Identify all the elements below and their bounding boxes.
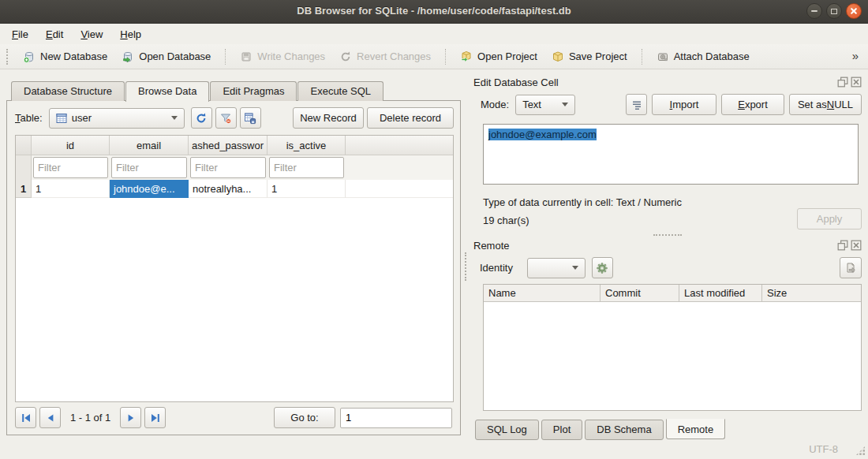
window-title: DB Browser for SQLite - /home/user/code/… (0, 5, 868, 17)
column-header-email[interactable]: email (110, 136, 189, 155)
open-database-label: Open Database (139, 50, 211, 62)
identity-select[interactable] (527, 258, 586, 278)
tab-browse-data[interactable]: Browse Data (125, 81, 209, 102)
close-button[interactable] (846, 3, 862, 19)
remote-column-size[interactable]: Size (762, 285, 861, 301)
toolbar-overflow-button[interactable]: » (852, 49, 863, 64)
write-changes-icon (240, 50, 253, 63)
filter-input-email[interactable] (111, 157, 187, 178)
first-record-button[interactable] (15, 407, 36, 428)
goto-input[interactable] (340, 408, 452, 428)
open-project-button[interactable]: Open Project (454, 47, 544, 66)
revert-changes-icon (339, 50, 352, 63)
close-dock-icon[interactable] (851, 76, 862, 88)
float-dock-icon[interactable] (837, 240, 848, 251)
word-wrap-button[interactable] (626, 94, 647, 115)
dock-tabbar: SQL Log Plot DB Schema Remote (473, 420, 862, 440)
tab-execute-sql[interactable]: Execute SQL (297, 81, 383, 101)
menu-help[interactable]: Help (111, 25, 150, 43)
minimize-button[interactable] (806, 3, 822, 19)
cell-editor[interactable]: johndoe@example.com (483, 124, 859, 185)
import-button[interactable]: Import (652, 94, 716, 115)
word-wrap-icon (630, 99, 643, 111)
panel-splitter[interactable] (462, 69, 470, 440)
new-database-label: New Database (40, 50, 107, 62)
encoding-indicator[interactable]: UTF-8 (809, 443, 838, 455)
set-as-null-button[interactable]: Set as NULL (789, 94, 862, 115)
open-database-button[interactable]: Open Database (115, 47, 217, 66)
column-header-is-active[interactable]: is_active (268, 136, 346, 155)
row-number[interactable]: 1 (16, 180, 32, 198)
filter-input-hashed-password[interactable] (190, 157, 266, 178)
remote-column-last-modified[interactable]: Last modified (679, 285, 762, 301)
tab-db-schema[interactable]: DB Schema (585, 420, 663, 440)
edit-database-cell-dock: Edit Database Cell Mode: (473, 73, 862, 230)
delete-record-button[interactable]: Delete record (367, 107, 454, 129)
identity-row: Identity (473, 257, 862, 278)
cell-type-info: Type of data currently in cell: Text / N… (483, 193, 682, 211)
window-controls (806, 3, 862, 19)
resize-grip-icon[interactable] (855, 446, 866, 456)
maximize-button[interactable] (826, 3, 842, 19)
tab-database-structure[interactable]: Database Structure (11, 81, 125, 101)
remote-dock: Remote Identity (473, 236, 862, 440)
toolbar-drag-handle[interactable] (6, 49, 10, 65)
remote-table-body[interactable] (484, 302, 861, 410)
menu-file[interactable]: File (3, 25, 37, 43)
tab-plot[interactable]: Plot (541, 420, 582, 440)
grid-filter-row (16, 155, 453, 180)
clear-filters-button[interactable] (215, 107, 237, 129)
grid-header-row: id email ashed_passwor is_active (16, 136, 453, 155)
grid-corner-cell[interactable] (16, 136, 32, 155)
new-database-button[interactable]: New Database (17, 47, 114, 66)
attach-database-icon (657, 50, 669, 63)
apply-button: Apply (797, 208, 862, 230)
row-spacer (346, 180, 453, 198)
save-results-button[interactable] (240, 107, 261, 129)
table-select[interactable]: user (49, 108, 185, 129)
goto-group: Go to: (274, 407, 452, 428)
last-record-button[interactable] (144, 407, 166, 428)
filter-input-is-active[interactable] (269, 157, 344, 178)
tab-remote[interactable]: Remote (666, 419, 726, 439)
dock-splitter[interactable] (473, 230, 862, 236)
new-record-button[interactable]: New Record (293, 107, 364, 129)
menu-edit[interactable]: Edit (37, 25, 72, 43)
save-project-button[interactable]: Save Project (545, 47, 634, 66)
filter-input-id[interactable] (33, 157, 108, 178)
close-dock-icon[interactable] (851, 240, 862, 251)
refresh-icon (195, 112, 208, 125)
revert-changes-button: Revert Changes (333, 47, 437, 66)
identity-settings-button[interactable] (592, 257, 613, 278)
column-header-id[interactable]: id (32, 136, 110, 155)
tab-sql-log[interactable]: SQL Log (475, 420, 539, 440)
toolbar-separator (445, 49, 446, 65)
cell-hashed-password[interactable]: notreallyha... (189, 180, 268, 198)
goto-button[interactable]: Go to: (274, 407, 335, 428)
remote-file-table: Name Commit Last modified Size (483, 284, 862, 411)
push-database-button[interactable] (840, 257, 862, 278)
remote-column-commit[interactable]: Commit (600, 285, 679, 301)
remote-column-name[interactable]: Name (484, 285, 600, 301)
refresh-button[interactable] (191, 107, 212, 129)
cell-email-selected[interactable]: johndoe@e... (110, 180, 189, 198)
previous-record-button[interactable] (39, 407, 61, 428)
column-header-hashed-password[interactable]: ashed_passwor (189, 136, 268, 155)
remote-title: Remote (473, 240, 510, 252)
export-button[interactable]: Export (721, 94, 784, 115)
next-record-button[interactable] (120, 407, 141, 428)
filter-row-spacer (346, 155, 453, 180)
menu-view[interactable]: View (72, 25, 111, 43)
tab-edit-pragmas[interactable]: Edit Pragmas (210, 81, 297, 101)
attach-database-label: Attach Database (674, 50, 750, 62)
new-database-icon (23, 50, 36, 63)
cell-id[interactable]: 1 (32, 180, 110, 198)
mode-select[interactable]: Text (515, 95, 575, 115)
cell-is-active[interactable]: 1 (268, 180, 346, 198)
attach-database-button[interactable]: Attach Database (650, 47, 756, 66)
float-dock-icon[interactable] (837, 76, 848, 88)
remote-table-header: Name Commit Last modified Size (484, 285, 861, 302)
record-navigation: 1 - 1 of 1 Go to: (15, 407, 452, 428)
titlebar[interactable]: DB Browser for SQLite - /home/user/code/… (0, 0, 868, 24)
mode-row: Mode: Text Import Export Set as NULL (473, 94, 862, 115)
